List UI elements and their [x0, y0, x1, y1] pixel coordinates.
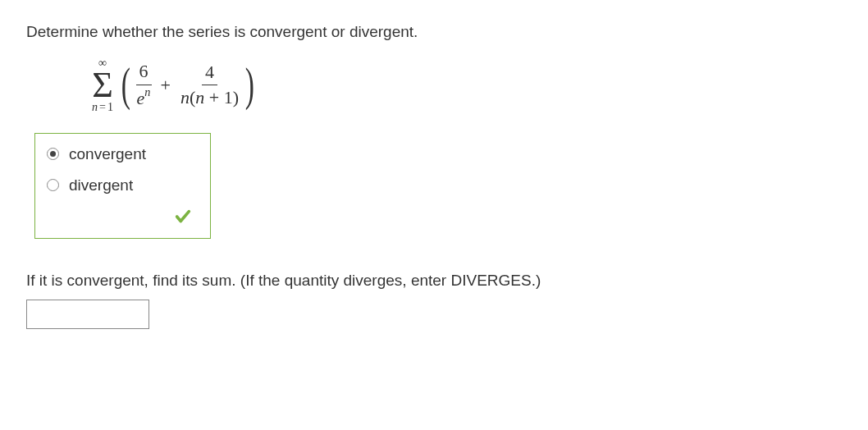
series-formula: ∞ Σ n=1 ( 6 en + 4 n(n + 1) ) — [92, 57, 842, 113]
sum-answer-input[interactable] — [26, 300, 149, 329]
radio-option-divergent[interactable]: divergent — [47, 176, 195, 194]
fraction-1: 6 en — [134, 61, 154, 109]
radio-button-convergent[interactable] — [47, 148, 59, 160]
plus-operator: + — [160, 75, 170, 96]
frac2-denominator: n(n + 1) — [177, 85, 242, 108]
frac2-numerator: 4 — [202, 62, 217, 85]
answer-choices-box: convergent divergent — [34, 133, 211, 239]
fraction-2: 4 n(n + 1) — [177, 62, 242, 109]
radio-button-divergent[interactable] — [47, 179, 59, 191]
correct-checkmark-icon — [47, 208, 195, 230]
radio-label-divergent: divergent — [69, 176, 133, 194]
sigma-lower-limit: n=1 — [92, 102, 113, 113]
radio-option-convergent[interactable]: convergent — [47, 145, 195, 163]
radio-label-convergent: convergent — [69, 145, 146, 163]
followup-prompt: If it is convergent, find its sum. (If t… — [26, 272, 842, 290]
frac1-denominator: en — [134, 85, 154, 110]
close-paren: ) — [245, 66, 254, 103]
frac1-numerator: 6 — [136, 61, 152, 85]
open-paren: ( — [121, 66, 130, 103]
question-prompt: Determine whether the series is converge… — [26, 23, 842, 41]
sigma-notation: ∞ Σ n=1 — [92, 57, 113, 113]
sigma-symbol: Σ — [92, 69, 113, 102]
